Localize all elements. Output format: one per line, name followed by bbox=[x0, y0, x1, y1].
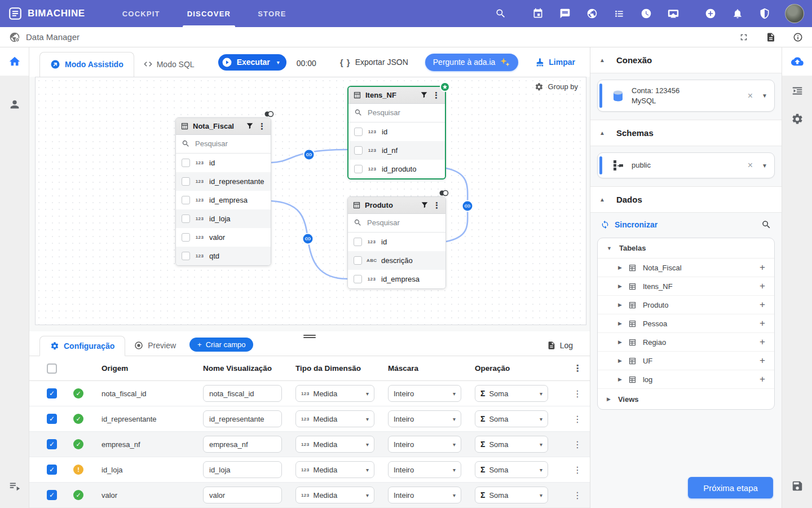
cast-icon[interactable] bbox=[668, 8, 679, 19]
field-checkbox[interactable] bbox=[182, 214, 190, 223]
tree-table-item[interactable]: ▶ Regiao + bbox=[598, 333, 774, 352]
add-table-icon[interactable]: + bbox=[760, 262, 765, 273]
add-table-icon[interactable]: + bbox=[760, 318, 765, 329]
document-icon[interactable] bbox=[766, 32, 776, 42]
add-circle-icon[interactable] bbox=[705, 8, 716, 19]
table-field-row[interactable]: 123 id_loja bbox=[176, 209, 271, 228]
search-icon[interactable] bbox=[761, 220, 771, 230]
main-menu-item[interactable]: DISCOVER bbox=[174, 0, 245, 27]
table-field-row[interactable]: 123 id bbox=[176, 154, 271, 172]
operacao-select[interactable]: Σ Soma ▾ bbox=[475, 410, 548, 427]
criar-campo-button[interactable]: + Criar campo bbox=[189, 338, 253, 352]
more-options-icon[interactable]: ⋮ bbox=[565, 363, 590, 374]
nome-visualizacao-input[interactable] bbox=[203, 436, 282, 453]
table-field-row[interactable]: 123 id_nf bbox=[348, 141, 445, 160]
tab-modo-sql[interactable]: Modo SQL bbox=[134, 52, 204, 77]
shield-icon[interactable] bbox=[759, 8, 770, 19]
more-options-icon[interactable]: ⋮ bbox=[565, 439, 590, 450]
log-button[interactable]: Log bbox=[547, 341, 573, 350]
search-icon[interactable] bbox=[495, 8, 506, 19]
close-icon[interactable]: × bbox=[748, 91, 753, 101]
panel-resize-handle[interactable] bbox=[303, 334, 316, 339]
section-conexao[interactable]: ▲ Conexão bbox=[590, 47, 782, 73]
connection-card[interactable]: Conta: 123456 MySQL × ▼ bbox=[597, 80, 775, 112]
field-checkbox[interactable] bbox=[182, 196, 190, 204]
table-search-input[interactable] bbox=[367, 218, 423, 227]
chat-icon[interactable] bbox=[559, 8, 571, 19]
notifications-icon[interactable] bbox=[732, 8, 743, 19]
mascara-select[interactable]: Inteiro ▾ bbox=[388, 410, 461, 427]
group-by-button[interactable]: Group by bbox=[535, 82, 578, 91]
relationship-node[interactable] bbox=[303, 148, 315, 160]
chevron-down-icon[interactable]: ▼ bbox=[762, 93, 767, 99]
table-field-row[interactable]: 123 id_produto bbox=[348, 160, 445, 178]
table-search-input[interactable] bbox=[195, 139, 251, 148]
filter-icon[interactable] bbox=[246, 122, 254, 130]
row-checkbox[interactable]: ✓ bbox=[47, 414, 57, 424]
table-field-row[interactable]: 123 qtd bbox=[176, 247, 271, 265]
sincronizar-link[interactable]: Sincronizar bbox=[615, 220, 657, 229]
row-checkbox[interactable]: ✓ bbox=[47, 439, 57, 449]
close-icon[interactable]: × bbox=[748, 160, 753, 170]
mascara-select[interactable]: Inteiro ▾ bbox=[388, 487, 461, 503]
playlist-icon[interactable] bbox=[0, 472, 29, 500]
row-checkbox[interactable]: ✓ bbox=[47, 490, 57, 500]
ask-ada-button[interactable]: Pergunte à ada.ia bbox=[425, 54, 519, 71]
tree-table-item[interactable]: ▶ Pessoa + bbox=[598, 314, 774, 333]
cloud-upload-icon[interactable] bbox=[782, 47, 812, 76]
tree-table-item[interactable]: ▶ Produto + bbox=[598, 296, 774, 314]
relationship-node[interactable] bbox=[462, 200, 474, 212]
nome-visualizacao-input[interactable] bbox=[203, 461, 282, 478]
table-field-row[interactable]: 123 id_representante bbox=[176, 172, 271, 191]
row-checkbox[interactable]: ✓ bbox=[47, 388, 57, 398]
proxima-etapa-button[interactable]: Próxima etapa bbox=[688, 477, 773, 498]
clock-icon[interactable] bbox=[641, 8, 652, 19]
canvas-table-itens-nf[interactable]: Itens_NF ⋮ 123 id bbox=[347, 86, 446, 179]
operacao-select[interactable]: Σ Soma ▾ bbox=[475, 385, 548, 402]
more-options-icon[interactable]: ⋮ bbox=[432, 91, 440, 99]
info-icon[interactable] bbox=[793, 32, 803, 42]
tree-table-item[interactable]: ▶ Nota_Fiscal + bbox=[598, 259, 774, 277]
nome-visualizacao-input[interactable] bbox=[203, 385, 282, 402]
calendar-icon[interactable] bbox=[532, 8, 544, 19]
tipo-dimensao-select[interactable]: 123 Medida ▾ bbox=[295, 436, 374, 453]
more-options-icon[interactable]: ⋮ bbox=[565, 490, 590, 501]
field-checkbox[interactable] bbox=[354, 165, 363, 173]
canvas-table-produto[interactable]: Produto ⋮ 123 id bbox=[347, 196, 446, 289]
table-field-row[interactable]: 123 id_empresa bbox=[348, 270, 445, 288]
tab-preview[interactable]: Preview bbox=[125, 335, 185, 356]
mascara-select[interactable]: Inteiro ▾ bbox=[388, 385, 461, 402]
tipo-dimensao-select[interactable]: 123 Medida ▾ bbox=[295, 487, 374, 503]
add-table-icon[interactable]: + bbox=[760, 336, 765, 348]
main-menu-item[interactable]: COCKPIT bbox=[109, 0, 174, 27]
export-json-button[interactable]: { } Exportar JSON bbox=[340, 58, 408, 67]
row-checkbox[interactable]: ✓ bbox=[47, 465, 57, 475]
field-checkbox[interactable] bbox=[354, 128, 363, 136]
tipo-dimensao-select[interactable]: 123 Medida ▾ bbox=[295, 385, 374, 402]
field-checkbox[interactable] bbox=[354, 238, 362, 246]
more-options-icon[interactable]: ⋮ bbox=[258, 122, 266, 130]
sync-icon[interactable] bbox=[601, 220, 610, 229]
table-field-row[interactable]: 123 valor bbox=[176, 228, 271, 247]
add-table-icon[interactable]: + bbox=[760, 299, 765, 310]
table-field-row[interactable]: 123 id bbox=[348, 233, 445, 251]
more-options-icon[interactable]: ⋮ bbox=[565, 388, 590, 399]
select-all-checkbox[interactable] bbox=[47, 364, 57, 374]
table-field-row[interactable]: ABC descrição bbox=[348, 251, 445, 270]
schema-card[interactable]: public × ▼ bbox=[597, 152, 775, 178]
list-icon[interactable] bbox=[614, 8, 625, 19]
tipo-dimensao-select[interactable]: 123 Medida ▾ bbox=[295, 461, 374, 478]
tree-table-item[interactable]: ▶ UF + bbox=[598, 352, 774, 370]
limpar-button[interactable]: Limpar bbox=[535, 58, 575, 67]
save-icon[interactable] bbox=[782, 472, 812, 500]
add-table-icon[interactable]: + bbox=[760, 374, 765, 385]
executar-button[interactable]: Executar ▾ bbox=[218, 54, 286, 71]
operacao-select[interactable]: Σ Soma ▾ bbox=[475, 436, 548, 453]
filter-icon[interactable] bbox=[420, 91, 428, 99]
more-options-icon[interactable]: ⋮ bbox=[565, 414, 590, 424]
add-table-icon[interactable]: + bbox=[760, 281, 765, 292]
nome-visualizacao-input[interactable] bbox=[203, 410, 282, 427]
tree-node-views[interactable]: ▶ Views bbox=[598, 389, 774, 409]
more-options-icon[interactable]: ⋮ bbox=[565, 465, 590, 475]
section-schemas[interactable]: ▲ Schemas bbox=[590, 120, 782, 146]
